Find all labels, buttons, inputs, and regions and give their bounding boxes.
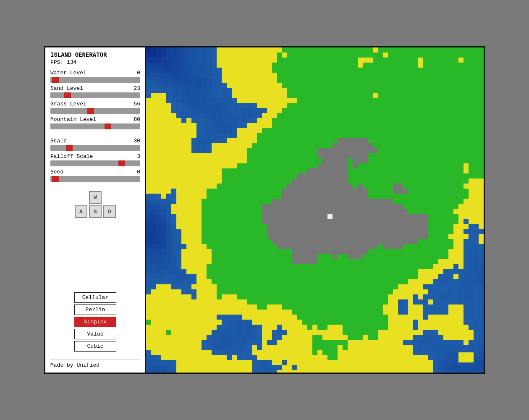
slider-label: Seed [50, 169, 63, 175]
slider-thumb[interactable] [66, 145, 73, 151]
slider-value: 0 [137, 70, 140, 76]
noise-buttons: CellularPerlinSimplexValueCubic [50, 292, 140, 352]
slider-value: 3 [137, 153, 140, 160]
noise-btn-simplex[interactable]: Simplex [74, 317, 116, 327]
slider-thumb[interactable] [87, 108, 94, 114]
key-s[interactable]: S [89, 205, 102, 218]
slider-thumb[interactable] [52, 176, 59, 182]
app-window: ISLAND GENERATOR FPS: 134 Water Level0Sa… [44, 46, 485, 374]
slider-label: Mountain Level [50, 116, 96, 123]
slider-value: 23 [134, 85, 140, 92]
slider-track[interactable] [50, 92, 140, 98]
slider-label: Sand Level [50, 85, 83, 92]
slider-row-water-level: Water Level0 [50, 70, 140, 83]
noise-btn-perlin[interactable]: Perlin [74, 304, 116, 315]
slider-label-row: Scale30 [50, 138, 140, 144]
keyboard-area: W A S D [50, 191, 140, 218]
slider-row-seed: Seed0 [50, 169, 140, 182]
slider-track[interactable] [50, 77, 140, 83]
slider-thumb[interactable] [118, 160, 125, 166]
sliders2-container: Scale30Falloff Scale3Seed0 [50, 138, 140, 184]
noise-btn-cubic[interactable]: Cubic [74, 341, 116, 352]
slider-label-row: Mountain Level80 [50, 116, 140, 123]
fps-label: FPS: 134 [50, 59, 140, 66]
slider-label: Water Level [50, 70, 86, 76]
slider-track[interactable] [50, 160, 140, 166]
noise-btn-value[interactable]: Value [74, 329, 116, 339]
slider-label-row: Water Level0 [50, 70, 140, 76]
slider-track[interactable] [50, 176, 140, 182]
key-w[interactable]: W [89, 191, 102, 204]
made-by: Made by Unified [50, 359, 140, 368]
slider-value: 30 [134, 138, 140, 144]
slider-label: Falloff Scale [50, 153, 93, 160]
slider-row-grass-level: Grass Level56 [50, 101, 140, 114]
sliders-container: Water Level0Sand Level23Grass Level56Mou… [50, 70, 140, 132]
noise-btn-cellular[interactable]: Cellular [74, 292, 116, 303]
slider-track[interactable] [50, 145, 140, 151]
slider-thumb[interactable] [52, 77, 59, 83]
slider-row-mountain-level: Mountain Level80 [50, 116, 140, 129]
key-d[interactable]: D [103, 205, 116, 218]
slider-row-sand-level: Sand Level23 [50, 85, 140, 98]
slider-track[interactable] [50, 123, 140, 129]
slider-thumb[interactable] [105, 123, 111, 129]
island-canvas [146, 47, 484, 373]
key-row-bottom: A S D [75, 205, 116, 218]
key-a[interactable]: A [75, 205, 87, 218]
map-area [146, 47, 484, 373]
sidebar: ISLAND GENERATOR FPS: 134 Water Level0Sa… [45, 47, 146, 373]
slider-track[interactable] [50, 108, 140, 114]
slider-thumb[interactable] [64, 92, 71, 98]
slider-label-row: Sand Level23 [50, 85, 140, 92]
slider-value: 0 [137, 169, 140, 175]
slider-row-scale: Scale30 [50, 138, 140, 151]
slider-value: 56 [134, 101, 140, 107]
slider-label-row: Grass Level56 [50, 101, 140, 107]
slider-label: Grass Level [50, 101, 86, 107]
key-row-top: W [89, 191, 102, 204]
slider-label-row: Falloff Scale3 [50, 153, 140, 160]
slider-label: Scale [50, 138, 67, 144]
slider-row-falloff-scale: Falloff Scale3 [50, 153, 140, 166]
slider-label-row: Seed0 [50, 169, 140, 175]
app-title: ISLAND GENERATOR [50, 52, 140, 58]
slider-value: 80 [134, 116, 140, 123]
